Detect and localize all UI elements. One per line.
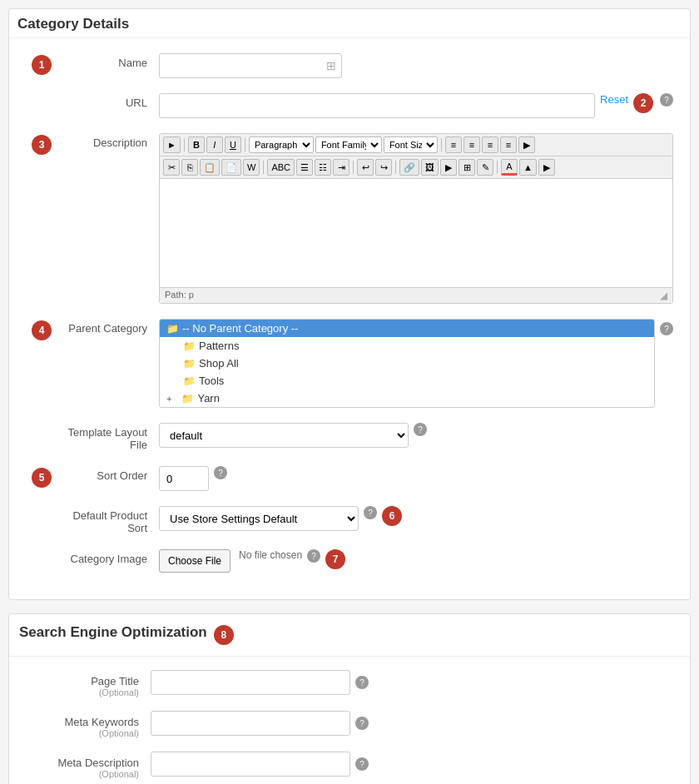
- page-title-label: Page Title (Optional): [26, 670, 151, 697]
- name-input[interactable]: [165, 60, 326, 72]
- page-title-input[interactable]: [151, 670, 350, 695]
- rte-btn-ol[interactable]: ☷: [315, 159, 331, 176]
- template-layout-field: default ?: [159, 421, 673, 448]
- rte-paragraph-select[interactable]: Paragraph: [249, 136, 314, 153]
- rte-btn-cut[interactable]: ✂: [163, 159, 180, 176]
- category-label-2: Shop All: [199, 357, 239, 370]
- badge-col-1: 1: [26, 52, 59, 75]
- meta-description-row: Meta Description (Optional) ?: [26, 752, 673, 779]
- rte-btn-undo[interactable]: ↩: [357, 159, 374, 176]
- rte-btn-underline[interactable]: U: [225, 136, 241, 153]
- rte-btn-paste[interactable]: 📋: [200, 159, 220, 176]
- rte-fontsize-select[interactable]: Font Size: [384, 136, 438, 153]
- seo-title-area: Search Engine Optimization 8: [9, 614, 690, 657]
- divider-5: [353, 161, 354, 174]
- rte-btn-bold[interactable]: B: [188, 136, 205, 153]
- category-label-3: Tools: [199, 375, 224, 387]
- page-wrapper: Category Details 1 Name ⊞ URL: [0, 0, 699, 784]
- template-layout-select[interactable]: default: [159, 423, 409, 448]
- seo-section: Search Engine Optimization 8 Page Title …: [8, 613, 691, 784]
- category-option-patterns[interactable]: 📁 Patterns: [160, 337, 654, 355]
- rte-btn-ul[interactable]: ☰: [296, 159, 313, 176]
- rte-resize-handle[interactable]: ◢: [660, 290, 667, 301]
- badge-7: 7: [325, 549, 345, 569]
- badge-3: 3: [32, 135, 52, 155]
- divider-2: [245, 138, 245, 151]
- url-reset-link[interactable]: Reset: [600, 93, 628, 106]
- folder-icon-1: 📁: [183, 340, 196, 352]
- category-option-no-parent[interactable]: 📁 -- No Parent Category --: [160, 320, 654, 337]
- meta-keywords-label: Meta Keywords (Optional): [26, 711, 151, 738]
- template-layout-row: Template Layout File default ?: [26, 421, 673, 451]
- rte-align-right[interactable]: ≡: [482, 136, 498, 153]
- category-label-1: Patterns: [199, 340, 239, 352]
- divider-1: [184, 138, 185, 151]
- rte-btn-redo[interactable]: ↪: [375, 159, 392, 176]
- rte-fontfamily-select[interactable]: Font Family: [315, 136, 382, 153]
- rte-btn-paste-text[interactable]: 📄: [221, 159, 241, 176]
- url-field: Reset 2 ?: [159, 92, 673, 118]
- category-label-4: Yarn: [197, 392, 220, 404]
- parent-category-help-icon[interactable]: ?: [660, 322, 673, 335]
- badge-col-3: 3: [26, 131, 59, 155]
- rte-btn-copy[interactable]: ⎘: [181, 159, 198, 176]
- rte-btn-more2[interactable]: ▶: [538, 159, 555, 176]
- category-image-field: Choose File No file chosen ? 7: [159, 548, 673, 573]
- category-option-shop-all[interactable]: 📁 Shop All: [160, 355, 654, 372]
- rte-btn-italic[interactable]: I: [206, 136, 223, 153]
- category-image-help-icon[interactable]: ?: [307, 549, 320, 563]
- category-option-tools[interactable]: 📁 Tools: [160, 372, 654, 390]
- rte-align-justify[interactable]: ≡: [500, 136, 517, 153]
- folder-icon-0: 📁: [166, 323, 179, 335]
- category-option-yarn[interactable]: + 📁 Yarn: [160, 390, 654, 407]
- badge-col-image: [26, 548, 59, 551]
- rte-body[interactable]: [160, 179, 672, 287]
- url-input[interactable]: [166, 100, 587, 112]
- name-input-wrapper[interactable]: ⊞: [159, 53, 342, 78]
- sort-order-help-icon[interactable]: ?: [214, 466, 227, 479]
- rte-btn-link[interactable]: 🔗: [399, 159, 419, 176]
- rte-btn-bgcolor[interactable]: ▲: [519, 159, 537, 176]
- meta-keywords-help-icon[interactable]: ?: [355, 717, 369, 730]
- default-product-sort-label: Default Product Sort: [59, 504, 159, 534]
- rte-btn-source[interactable]: ►: [163, 136, 181, 153]
- rte-btn-media[interactable]: ▶: [440, 159, 457, 176]
- badge-1: 1: [32, 55, 52, 75]
- rte-btn-indent[interactable]: ⇥: [333, 159, 350, 176]
- rte-btn-spell[interactable]: ABC: [267, 159, 295, 176]
- sort-order-input[interactable]: [159, 466, 209, 491]
- badge-6: 6: [382, 506, 402, 526]
- parent-category-list[interactable]: 📁 -- No Parent Category -- 📁 Patterns 📁 …: [159, 319, 655, 408]
- badge-4: 4: [32, 320, 52, 340]
- rte-btn-image[interactable]: 🖼: [421, 159, 439, 176]
- rte-btn-table[interactable]: ⊞: [459, 159, 475, 176]
- rte-btn-paste-word[interactable]: W: [243, 159, 260, 176]
- folder-icon-3: 📁: [183, 375, 196, 387]
- choose-file-btn[interactable]: Choose File: [159, 549, 231, 573]
- divider-3: [441, 138, 442, 151]
- badge-col-default-sort: [26, 504, 59, 508]
- rte-align-center[interactable]: ≡: [464, 136, 480, 153]
- rte-btn-edit[interactable]: ✎: [477, 159, 493, 176]
- badge-col-template: [26, 421, 59, 424]
- url-help-icon[interactable]: ?: [660, 93, 673, 107]
- folder-icon-2: 📁: [183, 358, 196, 370]
- page-title-help-icon[interactable]: ?: [355, 676, 369, 689]
- url-input-wrapper[interactable]: [159, 93, 595, 118]
- divider-6: [395, 161, 396, 174]
- badge-col-5: 5: [26, 464, 59, 488]
- default-product-sort-help-icon[interactable]: ?: [364, 506, 377, 519]
- meta-description-input[interactable]: [151, 752, 350, 777]
- category-details-section: Category Details 1 Name ⊞ URL: [8, 8, 691, 600]
- default-product-sort-select[interactable]: Use Store Settings Default: [159, 506, 359, 531]
- rte-more-btn[interactable]: ▶: [518, 136, 535, 153]
- rte-btn-color[interactable]: A: [501, 159, 518, 176]
- description-label: Description: [59, 131, 159, 149]
- page-title-row: Page Title (Optional) ?: [26, 670, 673, 697]
- meta-keywords-input[interactable]: [151, 711, 350, 736]
- meta-description-help-icon[interactable]: ?: [355, 757, 369, 771]
- sort-order-label: Sort Order: [59, 464, 159, 482]
- url-row: URL Reset 2 ?: [26, 92, 673, 118]
- rte-align-left[interactable]: ≡: [445, 136, 462, 153]
- template-help-icon[interactable]: ?: [414, 423, 427, 436]
